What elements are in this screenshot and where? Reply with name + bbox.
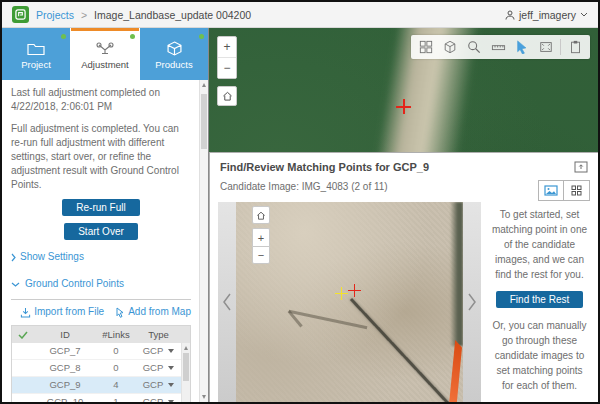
vegetation-edge — [450, 202, 463, 346]
tab-project[interactable]: Project — [2, 28, 70, 80]
search-tool-button[interactable] — [462, 36, 486, 58]
tab-adjustment[interactable]: Adjustment — [71, 28, 139, 80]
type-dropdown-caret[interactable] — [168, 383, 174, 387]
add-from-map-link[interactable]: Add from Map — [115, 305, 191, 319]
matching-point-yellow-cross[interactable] — [335, 287, 348, 300]
image-zoom-in-button[interactable]: + — [252, 228, 270, 246]
gcp-row-gcp8[interactable]: GCP_8 0 GCP — [12, 360, 190, 377]
map-view[interactable]: + − — [209, 28, 598, 402]
home-extent-button[interactable] — [217, 86, 237, 106]
find-the-rest-button[interactable]: Find the Rest — [496, 291, 583, 308]
gcp-table-header: ID #Links Type — [12, 326, 190, 343]
image-home-button[interactable] — [252, 206, 270, 224]
type-dropdown-caret[interactable] — [168, 366, 174, 370]
column-links: #Links — [96, 328, 136, 341]
previous-image-button[interactable] — [218, 202, 236, 402]
adjustment-description: Full adjustment is completed. You can re… — [11, 122, 191, 192]
select-features-tool-button[interactable] — [510, 36, 534, 58]
candidate-viewer: + − To get started, set matching point i… — [218, 202, 598, 402]
find-review-title: Find/Review Matching Points for GCP_9 — [220, 161, 588, 173]
show-settings-toggle[interactable]: Show Settings — [11, 250, 191, 264]
cube-icon — [167, 41, 182, 56]
import-from-file-link[interactable]: Import from File — [20, 305, 104, 319]
breadcrumb-project-title: Image_Landbase_update 004200 — [94, 9, 251, 21]
instruction-manual: Or, you can manually go through these ca… — [490, 318, 589, 393]
measure-tool-button[interactable] — [486, 36, 510, 58]
person-icon — [505, 10, 515, 20]
type-dropdown-caret[interactable] — [168, 349, 174, 353]
grid-view-button[interactable] — [564, 181, 589, 200]
image-controls: + − — [252, 206, 270, 264]
zoom-in-button[interactable]: + — [218, 39, 236, 58]
scroll-down-icon[interactable] — [202, 395, 206, 399]
import-file-icon — [20, 307, 31, 318]
app-window: Projects > Image_Landbase_update 004200 … — [0, 0, 600, 404]
tiles-tool-button[interactable] — [414, 36, 438, 58]
top-bar: Projects > Image_Landbase_update 004200 … — [2, 2, 598, 28]
home-icon — [256, 211, 266, 220]
chevron-right-icon — [467, 293, 477, 311]
user-name: jeff_imagery — [519, 9, 576, 21]
basemap-tool-button[interactable] — [438, 36, 462, 58]
home-icon — [222, 91, 233, 101]
zoom-out-button[interactable]: − — [218, 59, 236, 78]
candidate-image-label: Candidate Image: IMG_4083 (2 of 11) — [220, 181, 588, 192]
tab-products[interactable]: Products — [140, 28, 208, 80]
clipboard-icon — [569, 40, 582, 54]
type-dropdown-caret[interactable] — [168, 400, 174, 402]
gcp-row-gcp9-selected[interactable]: GCP_9 4 GCP — [12, 377, 190, 394]
app-logo-icon — [12, 6, 29, 23]
check-icon — [18, 331, 28, 339]
clipboard-tool-button[interactable] — [563, 36, 587, 58]
gcp-table: ID #Links Type GCP_7 0 GCP GCP_8 0 GCP — [11, 325, 191, 402]
find-review-header: Find/Review Matching Points for GCP_9 Ca… — [210, 153, 598, 192]
gcp-row-gcp7[interactable]: GCP_7 0 GCP — [12, 343, 190, 360]
measure-icon — [491, 40, 506, 54]
map-toolbar — [411, 35, 590, 59]
arrow-shadow — [289, 310, 368, 329]
tiles-icon — [419, 40, 433, 54]
gcp-row-gcp10[interactable]: GCP_10 1 GCP — [12, 394, 190, 402]
adjustment-panel: Last full adjustment completed on 4/22/2… — [2, 80, 199, 402]
chevron-right-icon — [11, 253, 16, 262]
tab-status-dot — [130, 34, 135, 39]
map-zoom-controls: + − — [217, 36, 237, 79]
image-view-icon — [544, 185, 558, 196]
candidate-image[interactable]: + − — [236, 202, 463, 402]
extent-tool-button[interactable] — [534, 36, 558, 58]
pole-shadow — [350, 298, 463, 402]
chevron-down-icon — [580, 12, 588, 17]
image-zoom-out-button[interactable]: − — [252, 246, 270, 264]
drone-icon — [95, 42, 115, 56]
rerun-full-button[interactable]: Re-run Full — [62, 199, 139, 216]
single-image-view-button[interactable] — [539, 181, 564, 200]
gcp-actions: Import from File Add from Map — [11, 305, 191, 319]
tab-bar: Project Adjustment Products — [2, 28, 208, 80]
gcp-table-scrollbar[interactable] — [181, 343, 190, 402]
next-image-button[interactable] — [463, 202, 481, 402]
find-review-panel: Find/Review Matching Points for GCP_9 Ca… — [209, 152, 598, 402]
column-type: Type — [136, 328, 181, 341]
panel-scrollbar[interactable] — [199, 80, 208, 402]
user-menu[interactable]: jeff_imagery — [505, 9, 588, 21]
scrollbar-thumb[interactable] — [183, 353, 189, 381]
tab-label: Project — [21, 59, 51, 70]
breadcrumb-projects-link[interactable]: Projects — [36, 9, 74, 21]
view-toggle-group — [538, 180, 590, 201]
basemap-icon — [443, 40, 457, 54]
collapse-panel-button[interactable] — [574, 159, 588, 177]
gcp-section-toggle[interactable]: Ground Control Points — [11, 277, 191, 291]
gcp-marker-red-cross[interactable] — [396, 99, 411, 114]
instruction-panel: To get started, set matching point in on… — [481, 202, 598, 402]
chevron-down-icon — [11, 282, 20, 287]
orange-cone — [445, 340, 462, 402]
breadcrumb-separator: > — [81, 9, 87, 21]
toolbar-divider — [560, 39, 561, 55]
gcp-red-cross[interactable] — [348, 284, 361, 297]
start-over-button[interactable]: Start Over — [64, 223, 138, 240]
select-features-icon — [515, 40, 529, 54]
scroll-up-icon[interactable] — [202, 83, 206, 87]
scroll-up-icon[interactable] — [184, 346, 188, 350]
tab-status-dot — [61, 34, 66, 39]
scrollbar-thumb[interactable] — [201, 94, 207, 149]
